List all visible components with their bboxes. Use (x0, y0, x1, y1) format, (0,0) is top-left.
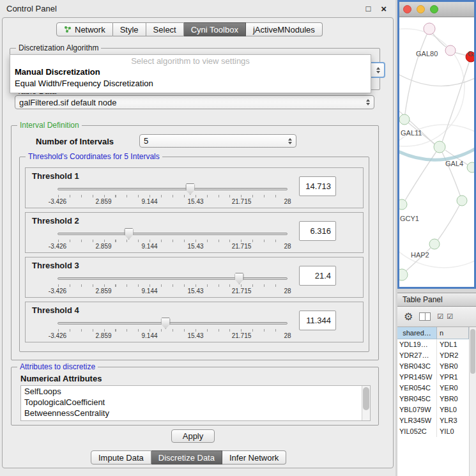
algorithm-option-equal-width[interactable]: Equal Width/Frequency Discretization (10, 78, 371, 89)
tab-jactivemnodules[interactable]: jActiveMNodules (246, 22, 323, 36)
slider-scale: -3.426 2.859 9.144 15.43 21.715 28 (58, 198, 288, 206)
threshold-3-slider-thumb[interactable] (234, 273, 244, 284)
table-row[interactable]: YDR27… YDR2 (397, 350, 469, 361)
tab-style[interactable]: Style (113, 22, 146, 36)
table-row[interactable]: YPR145W YPR1 (397, 372, 469, 383)
table-row[interactable]: YBL079W YBL0 (397, 404, 469, 415)
algorithm-option-manual[interactable]: Manual Discretization (10, 66, 371, 78)
float-window-icon[interactable]: □ (365, 4, 371, 13)
cell: YBR043C (397, 361, 437, 372)
threshold-4-slider-thumb[interactable] (161, 318, 171, 329)
scale-label: 21.715 (232, 243, 252, 250)
table-row[interactable]: YDL19… YDL1 (397, 339, 469, 350)
scale-label: 9.144 (141, 198, 157, 205)
node-label: GA (468, 50, 474, 58)
number-of-intervals-combobox[interactable]: 5 (139, 134, 296, 148)
tab-infer-network-label: Infer Network (229, 453, 279, 463)
scale-label: 15.43 (187, 332, 203, 339)
cell: YBR0 (437, 394, 469, 404)
table-row[interactable]: YLR345W YLR3 (397, 415, 469, 426)
cell: YBL079W (397, 404, 437, 415)
threshold-3-value-field[interactable]: 21.4 (299, 266, 336, 286)
threshold-1-slider[interactable]: -3.426 2.859 9.144 15.43 21.715 28 (58, 185, 288, 206)
cell: YBL0 (437, 404, 469, 415)
threshold-1-label: Threshold 1 (32, 171, 79, 181)
slider-track (58, 233, 288, 235)
cell: YER0 (437, 383, 469, 394)
table-row[interactable]: YBR043C YBR0 (397, 361, 469, 372)
tab-infer-network[interactable]: Infer Network (222, 450, 286, 464)
threshold-1-value-field[interactable]: 14.713 (299, 176, 336, 196)
threshold-4-box: Threshold 4 -3.426 2.859 9.144 15.43 21.… (25, 302, 364, 342)
checkboxes-icon[interactable]: ☑ ☑ (437, 312, 454, 321)
attributes-group: Attributes to discretize Numerical Attri… (11, 367, 379, 426)
slider-track (58, 188, 288, 190)
network-canvas[interactable]: GAL80 GA GAL11 GAL4 GCY1 HAP2 (399, 17, 474, 286)
cell: YLR3 (437, 415, 469, 426)
table-row[interactable]: YER054C YER0 (397, 383, 469, 394)
slider-track (58, 277, 288, 280)
combo-stepper-icon (284, 138, 292, 144)
cell: YDR27… (397, 350, 437, 361)
tab-discretize-data[interactable]: Discretize Data (151, 450, 222, 464)
tab-impute-data[interactable]: Impute Data (91, 450, 151, 464)
column-header-name[interactable]: n (437, 327, 469, 339)
top-tab-bar: Network Style Select Cyni Toolbox jActiv… (56, 22, 323, 36)
threshold-3-slider[interactable]: -3.426 2.859 9.144 15.43 21.715 28 (58, 274, 288, 296)
tab-select[interactable]: Select (146, 22, 184, 36)
cell: YPR145W (397, 372, 437, 383)
number-of-intervals-value: 5 (144, 136, 148, 146)
attributes-list-scrollbar[interactable] (362, 386, 370, 420)
tab-cyni-toolbox-label: Cyni Toolbox (191, 25, 238, 35)
control-panel-window: Control Panel □ × Network Style Select (0, 0, 395, 476)
list-item[interactable]: BetweennessCentrality (21, 408, 370, 418)
close-icon[interactable]: × (381, 3, 387, 14)
scale-label: 2.859 (95, 243, 111, 250)
table-header-row: shared… n (397, 327, 469, 339)
scale-label: -3.426 (49, 332, 66, 339)
columns-icon[interactable] (419, 312, 431, 321)
gear-icon[interactable]: ⚙ (404, 311, 413, 323)
scale-label: 28 (284, 198, 291, 205)
threshold-4-slider[interactable]: -3.426 2.859 9.144 15.43 21.715 28 (58, 319, 288, 341)
column-header-shared-name[interactable]: shared… (397, 327, 437, 339)
tab-network[interactable]: Network (56, 22, 113, 36)
scale-label: 28 (284, 288, 291, 295)
scale-label: 28 (284, 332, 291, 339)
threshold-2-slider-thumb[interactable] (124, 228, 134, 240)
scale-label: -3.426 (49, 198, 66, 205)
table-scrollbar[interactable] (469, 327, 476, 476)
thresholds-group-title: Threshold's Coordinates for 5 Intervals (26, 152, 162, 161)
node-label: GAL11 (401, 129, 422, 137)
slider-track (58, 322, 288, 325)
cell: YPR1 (437, 372, 469, 383)
apply-button[interactable]: Apply (171, 429, 215, 443)
network-icon (64, 26, 72, 33)
tab-cyni-toolbox[interactable]: Cyni Toolbox (184, 22, 246, 36)
scale-label: -3.426 (49, 243, 66, 250)
table-row[interactable]: YIL052C YIL0 (397, 426, 469, 437)
scale-label: 21.715 (232, 198, 252, 205)
table-data-combobox[interactable]: galFiltered.sif default node (15, 95, 374, 109)
tab-network-label: Network (75, 25, 105, 35)
cell: YIL0 (437, 426, 469, 437)
slider-ticks (58, 329, 287, 332)
scale-label: 2.859 (95, 288, 111, 295)
table-row[interactable]: YBR045C YBR0 (397, 394, 469, 404)
scrollbar-thumb[interactable] (470, 329, 475, 374)
scrollbar-thumb[interactable] (363, 387, 369, 410)
close-traffic-light[interactable] (403, 5, 411, 13)
zoom-traffic-light[interactable] (430, 5, 438, 13)
threshold-2-value-field[interactable]: 6.316 (299, 221, 336, 241)
minimize-traffic-light[interactable] (417, 5, 425, 13)
list-item[interactable]: TopologicalCoefficient (21, 397, 370, 408)
threshold-2-slider[interactable]: -3.426 2.859 9.144 15.43 21.715 28 (58, 229, 288, 251)
table-panel-title: Table Panel (403, 295, 443, 304)
interval-definition-title: Interval Definition (17, 121, 82, 130)
list-item[interactable]: SelfLoops (21, 386, 370, 397)
threshold-1-slider-thumb[interactable] (185, 183, 195, 195)
control-panel-titlebar: Control Panel □ × (0, 0, 395, 17)
threshold-4-value-field[interactable]: 11.344 (299, 311, 336, 330)
combo-stepper-icon (372, 67, 380, 73)
scale-label: 21.715 (232, 288, 252, 295)
